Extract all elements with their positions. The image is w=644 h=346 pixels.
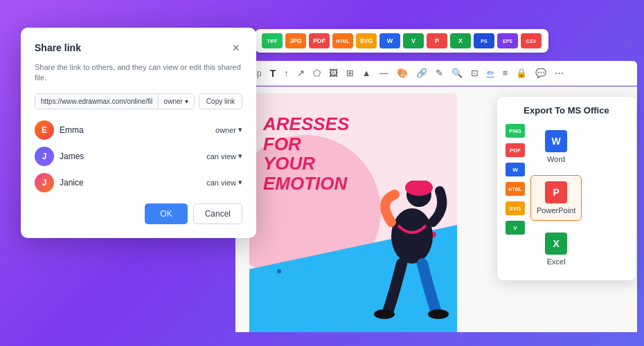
edit-tool[interactable]: ✎ — [433, 66, 445, 80]
shape-tool[interactable]: ⬠ — [311, 66, 323, 80]
dialog-title: Share link — [35, 42, 81, 53]
line-tool[interactable]: — — [377, 66, 391, 80]
avatar-emma: E — [35, 120, 54, 140]
export-excel-item[interactable]: X Excel — [530, 226, 582, 272]
dialog-header: Share link ✕ — [35, 42, 242, 54]
user-role-emma[interactable]: owner ▾ — [215, 125, 242, 134]
ok-button[interactable]: OK — [145, 203, 187, 224]
link-input[interactable] — [35, 94, 158, 109]
tiff-icon[interactable]: TIFF — [262, 33, 283, 48]
svg-point-2 — [391, 208, 433, 264]
svg-point-4 — [428, 309, 449, 319]
table-tool[interactable]: ⊞ — [344, 66, 356, 80]
link-row: owner ▾ Copy link — [35, 93, 242, 109]
user-info-emma: E Emma — [35, 120, 84, 140]
user-row-james: J James can view ▾ — [35, 147, 242, 166]
link-input-wrap: owner ▾ — [35, 93, 195, 109]
word-icon: W — [545, 130, 567, 152]
export-word-item[interactable]: W Word — [530, 124, 582, 170]
powerpoint-icon: P — [545, 181, 567, 203]
export-main-column: W Word P PowerPoint X Excel — [530, 124, 582, 272]
image-tool[interactable]: 🖼 — [327, 66, 340, 80]
avatar-james: J — [35, 147, 54, 166]
avatar-janice: J — [35, 173, 54, 192]
figure-silhouette — [374, 181, 450, 322]
user-role-label-emma: owner — [215, 126, 236, 134]
powerpoint-label: PowerPoint — [537, 206, 575, 215]
share-dialog: Share link ✕ Share the link to others, a… — [21, 28, 256, 238]
export-pdf-icon[interactable]: PDF — [506, 143, 525, 157]
dialog-actions: OK Cancel — [35, 203, 242, 224]
svg-point-3 — [374, 309, 395, 319]
export-w-icon[interactable]: W — [506, 163, 525, 176]
arrow-indicator: ← — [622, 35, 636, 51]
excel-icon: X — [545, 233, 567, 255]
csv-icon[interactable]: CSV — [521, 33, 542, 48]
jpg-icon[interactable]: JPG — [285, 33, 306, 48]
pdf-icon[interactable]: PDF — [309, 33, 330, 48]
format-toolbar: TIFF JPG PDF HTML SVG W V P X PS EPS CSV — [255, 29, 548, 53]
dot-3 — [277, 269, 281, 273]
username-emma: Emma — [60, 125, 84, 135]
user-info-james: J James — [35, 147, 84, 166]
poster-text: ARESSES FOR YOUR EMOTION — [263, 114, 349, 193]
export-powerpoint-item[interactable]: P PowerPoint — [530, 175, 582, 221]
link-role-label: owner — [164, 98, 183, 105]
export-svg-icon[interactable]: SVG — [506, 201, 525, 215]
export-side-column: PNG PDF W HTML SVG V — [506, 124, 525, 272]
visio-format-icon[interactable]: V — [403, 33, 424, 48]
ppt-format-icon[interactable]: P — [427, 33, 447, 48]
export-png-icon[interactable]: PNG — [506, 124, 525, 138]
lock-tool[interactable]: 🔒 — [514, 66, 529, 80]
export-v-icon[interactable]: V — [506, 221, 525, 235]
user-role-janice[interactable]: can view ▾ — [206, 178, 242, 187]
crop-tool[interactable]: ⊡ — [469, 66, 481, 80]
user-role-chevron-james: ▾ — [238, 152, 242, 161]
excel-label: Excel — [547, 257, 566, 266]
more-tool[interactable]: ⋯ — [553, 66, 566, 80]
user-list: E Emma owner ▾ J James can view ▾ J Jani… — [35, 120, 242, 192]
excel-format-icon[interactable]: X — [450, 33, 471, 48]
user-role-label-janice: can view — [206, 179, 236, 187]
connector-tool[interactable]: ↗ — [295, 66, 307, 80]
user-row-janice: J Janice can view ▾ — [35, 173, 242, 192]
poster-area: ARESSES FOR YOUR EMOTION — [249, 93, 457, 332]
export-html-icon[interactable]: HTML — [506, 182, 525, 196]
link-role-chevron: ▾ — [185, 98, 188, 105]
export-panel-title: Export To MS Office — [506, 105, 627, 116]
export-layout: PNG PDF W HTML SVG V W Word P PowerPoint… — [506, 124, 627, 272]
dialog-subtitle: Share the link to others, and they can v… — [35, 62, 242, 84]
username-janice: Janice — [60, 178, 84, 188]
user-role-chevron-janice: ▾ — [238, 178, 242, 187]
close-button[interactable]: ✕ — [230, 42, 242, 54]
link-tool[interactable]: 🔗 — [414, 66, 429, 80]
user-row-emma: E Emma owner ▾ — [35, 120, 242, 140]
fill-tool[interactable]: 🎨 — [395, 66, 410, 80]
ruler-tool[interactable]: ≡ — [501, 66, 510, 80]
pen-tool[interactable]: ✏ — [485, 66, 497, 80]
user-role-label-james: can view — [206, 152, 236, 161]
comment-tool[interactable]: 💬 — [533, 66, 548, 80]
chart-tool[interactable]: ▲ — [360, 66, 373, 80]
export-panel: Export To MS Office PNG PDF W HTML SVG V… — [497, 97, 636, 280]
text-tool[interactable]: T — [268, 66, 278, 80]
ps-icon[interactable]: PS — [474, 33, 494, 48]
user-role-chevron-emma: ▾ — [238, 125, 242, 134]
username-james: James — [60, 152, 84, 161]
eps-icon[interactable]: EPS — [497, 33, 518, 48]
word-label: Word — [547, 155, 565, 163]
editor-toolbar: Help T ↑ ↗ ⬠ 🖼 ⊞ ▲ — 🎨 🔗 ✎ 🔍 ⊡ ✏ ≡ 🔒 💬 ⋯ — [235, 61, 637, 86]
html-icon[interactable]: HTML — [332, 33, 353, 48]
zoom-tool[interactable]: 🔍 — [449, 66, 465, 80]
user-role-james[interactable]: can view ▾ — [206, 152, 242, 161]
word-format-icon[interactable]: W — [379, 33, 400, 48]
arrow-tool[interactable]: ↑ — [282, 66, 291, 80]
link-role-selector[interactable]: owner ▾ — [158, 94, 194, 109]
user-info-janice: J Janice — [35, 173, 84, 192]
copy-link-button[interactable]: Copy link — [199, 93, 242, 109]
svg-icon[interactable]: SVG — [356, 33, 377, 48]
cancel-button[interactable]: Cancel — [193, 203, 242, 224]
